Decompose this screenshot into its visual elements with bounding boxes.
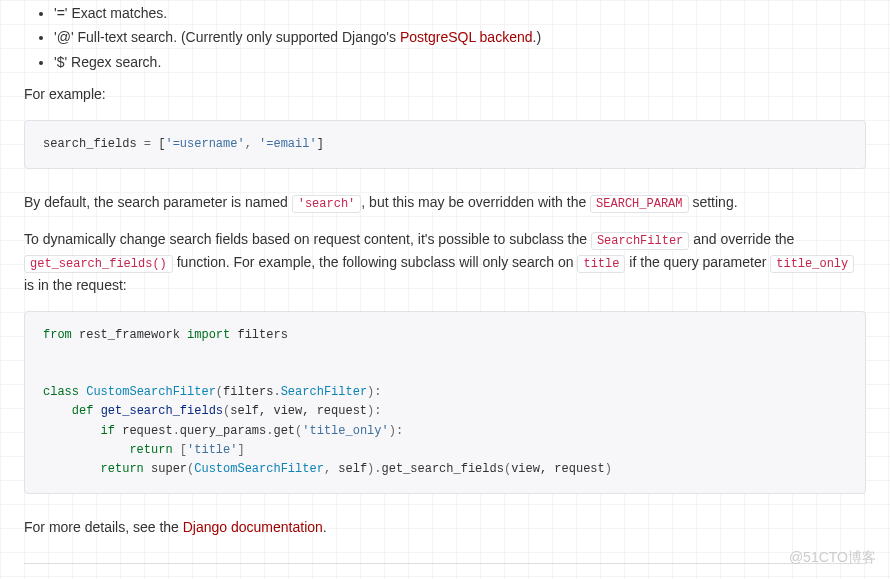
list-item: '$' Regex search. <box>54 51 866 73</box>
code-inline: SearchFilter <box>591 232 689 250</box>
list-item: '=' Exact matches. <box>54 2 866 24</box>
code-inline: title <box>577 255 625 273</box>
code-inline: SEARCH_PARAM <box>590 195 688 213</box>
para-dynamic: To dynamically change search fields base… <box>24 228 866 297</box>
django-doc-link[interactable]: Django documentation <box>183 519 323 535</box>
text: By default, the search parameter is name… <box>24 194 292 210</box>
prefix-list: '=' Exact matches. '@' Full-text search.… <box>24 2 866 73</box>
text: . <box>323 519 327 535</box>
text: and override the <box>689 231 794 247</box>
para-example: For example: <box>24 83 866 105</box>
postgres-link[interactable]: PostgreSQL backend <box>400 29 533 45</box>
list-text: .) <box>533 29 542 45</box>
list-text: '$' Regex search. <box>54 54 161 70</box>
watermark: @51CTO博客 <box>789 546 876 568</box>
list-text: '@' Full-text search. (Currently only su… <box>54 29 400 45</box>
para-default-search: By default, the search parameter is name… <box>24 191 866 214</box>
code-block-custom-filter: from rest_framework import filters class… <box>24 311 866 495</box>
doc-page: '=' Exact matches. '@' Full-text search.… <box>0 2 890 579</box>
text: if the query parameter <box>625 254 770 270</box>
section-divider <box>24 563 866 564</box>
text: setting. <box>689 194 738 210</box>
code-inline: title_only <box>770 255 854 273</box>
text: function. For example, the following sub… <box>173 254 578 270</box>
code-inline: 'search' <box>292 195 362 213</box>
text: For more details, see the <box>24 519 183 535</box>
para-more-details: For more details, see the Django documen… <box>24 516 866 538</box>
text: is in the request: <box>24 277 127 293</box>
code-inline: get_search_fields() <box>24 255 173 273</box>
list-item: '@' Full-text search. (Currently only su… <box>54 26 866 48</box>
text: , but this may be overridden with the <box>361 194 590 210</box>
list-text: '=' Exact matches. <box>54 5 167 21</box>
code-block-search-fields: search_fields = ['=username', '=email'] <box>24 120 866 169</box>
text: To dynamically change search fields base… <box>24 231 591 247</box>
